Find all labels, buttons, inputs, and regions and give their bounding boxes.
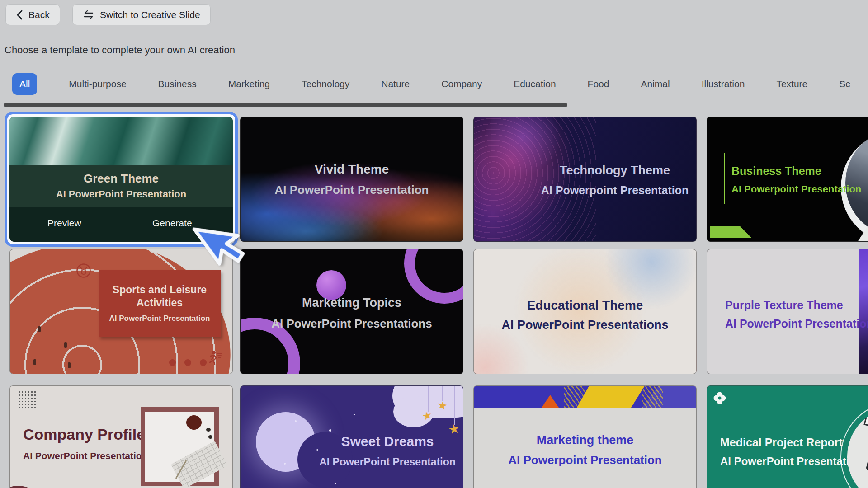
keyboard-graphic: [171, 441, 228, 488]
gold-star-icon: ★: [436, 399, 448, 412]
template-subtitle: AI PowerPoint Presentation: [9, 188, 233, 200]
template-card-educational-theme[interactable]: Educational Theme AI PowerPoint Presenta…: [473, 249, 697, 374]
template-title: Marketing theme: [474, 432, 696, 449]
template-card-company-profile[interactable]: Company Profile AI PowerPoint Presentati…: [9, 385, 233, 488]
runner-figure: [38, 326, 41, 332]
tab-animal[interactable]: Animal: [641, 79, 670, 89]
card-action-bar: Preview Generate: [9, 207, 233, 242]
template-subtitle: AI Powerpoint Presentation: [474, 452, 696, 468]
coffee-cup-graphic: [186, 415, 202, 430]
desk-item: [206, 428, 211, 432]
template-card-marketing-topics[interactable]: Marketing Topics AI PowerPoint Presentat…: [240, 249, 463, 374]
template-subtitle: AI PowerPoint Presentations: [241, 315, 463, 332]
tab-multi-purpose[interactable]: Multi-purpose: [69, 79, 126, 89]
tab-business[interactable]: Business: [158, 79, 197, 89]
template-title: Sweet Dreams: [313, 432, 462, 451]
category-tab-bar: All Multi-purpose Business Marketing Tec…: [12, 72, 850, 96]
crescent-moon-graphic: [256, 412, 316, 472]
maroon-corner-graphic: [9, 486, 45, 488]
yellow-shape: [577, 386, 645, 408]
template-subtitle: AI PowerPoint Presentation: [725, 316, 868, 332]
template-subtitle: AI Powerpoint Presentation: [533, 183, 697, 198]
template-card-vivid-theme[interactable]: Vivid Theme AI PowerPoint Presentation: [240, 117, 463, 242]
template-subtitle: AI PowerPoint Presentations: [474, 317, 696, 334]
dot-grid-decoration: [18, 390, 38, 408]
dot-decoration: [169, 359, 207, 366]
template-title: Business Theme: [731, 163, 861, 179]
template-subtitle: AI PowerPoint Presentation: [103, 313, 216, 324]
template-title: Technology Theme: [533, 162, 697, 179]
accent-line: [724, 153, 725, 204]
template-card-technology-theme[interactable]: Technology Theme AI Powerpoint Presentat…: [473, 117, 697, 242]
tab-nature[interactable]: Nature: [381, 79, 410, 89]
template-title: Company Profile: [23, 424, 147, 446]
template-subtitle: AI PowerPoint Presentation: [241, 182, 463, 198]
tab-texture[interactable]: Texture: [776, 79, 807, 89]
template-card-medical-project-report[interactable]: Medical Project Report AI PowerPoint Pre…: [707, 385, 868, 488]
runner-figure: [64, 342, 67, 348]
tab-science-cutoff[interactable]: Sc: [839, 79, 850, 89]
star-dot: [335, 483, 336, 484]
gold-star-icon: ★: [448, 422, 461, 436]
template-card-green-theme[interactable]: Green Theme AI PowerPoint Presentation P…: [9, 117, 233, 242]
template-card-purple-texture-theme[interactable]: Purple Texture Theme AI PowerPoint Prese…: [707, 249, 868, 374]
template-title: Educational Theme: [474, 296, 696, 314]
template-card-sports-leisure[interactable]: Sports and Leisure Activities AI PowerPo…: [9, 249, 233, 374]
star-dot: [354, 414, 355, 415]
template-title: Purple Texture Theme: [725, 297, 868, 313]
template-card-marketing-theme[interactable]: Marketing theme AI Powerpoint Presentati…: [473, 385, 697, 488]
page-instruction: Choose a template to complete your own A…: [5, 44, 235, 56]
switch-button-label: Switch to Creative Slide: [100, 9, 200, 20]
template-title: Sports and Leisure Activities: [103, 283, 216, 310]
runner-figure: [68, 362, 71, 368]
star-string: [428, 386, 429, 412]
back-button[interactable]: Back: [5, 4, 60, 25]
generate-button[interactable]: Generate: [152, 218, 192, 229]
green-parallelogram-graphic: [710, 226, 751, 238]
desk-photo-frame: [141, 407, 219, 486]
tab-marketing[interactable]: Marketing: [228, 79, 270, 89]
template-card-business-theme[interactable]: Business Theme AI Powerpoint Presentatio…: [707, 117, 868, 242]
swap-arrows-icon: [83, 10, 94, 20]
star-string: [454, 386, 455, 425]
tab-illustration[interactable]: Illustration: [702, 79, 745, 89]
header-band-graphic: [474, 386, 696, 408]
template-subtitle: AI Powerpoint Presentation: [731, 183, 861, 197]
green-waves-graphic: [9, 117, 233, 165]
template-card-sweet-dreams[interactable]: Sweet Dreams AI PowerPoint Presentation …: [240, 385, 463, 488]
template-title: Marketing Topics: [241, 295, 463, 312]
tab-food[interactable]: Food: [588, 79, 609, 89]
switch-to-creative-slide-button[interactable]: Switch to Creative Slide: [72, 4, 211, 25]
runner-icon: [204, 350, 222, 368]
tab-company[interactable]: Company: [441, 79, 482, 89]
orange-triangle: [542, 395, 559, 408]
tab-technology[interactable]: Technology: [302, 79, 349, 89]
star-dot: [329, 429, 331, 432]
template-subtitle: AI PowerPoint Presentation: [313, 455, 462, 469]
tab-all[interactable]: All: [12, 73, 37, 95]
selected-template-highlight: Green Theme AI PowerPoint Presentation P…: [5, 112, 238, 247]
preview-button[interactable]: Preview: [47, 218, 81, 229]
template-subtitle: AI PowerPoint Presentation: [23, 449, 147, 462]
template-title: Green Theme: [9, 172, 233, 186]
back-button-label: Back: [28, 9, 50, 20]
tab-scrollbar[interactable]: [4, 103, 567, 107]
star-dot: [295, 420, 297, 422]
medical-clover-icon: [713, 391, 726, 407]
desk-item: [208, 435, 212, 439]
medal-icon: [76, 263, 91, 280]
tab-education[interactable]: Education: [514, 79, 556, 89]
chevron-left-icon: [16, 9, 23, 20]
runner-figure: [33, 359, 36, 365]
star-dot: [284, 463, 286, 465]
microscope-part: [865, 418, 868, 477]
template-title: Vivid Theme: [241, 160, 463, 178]
